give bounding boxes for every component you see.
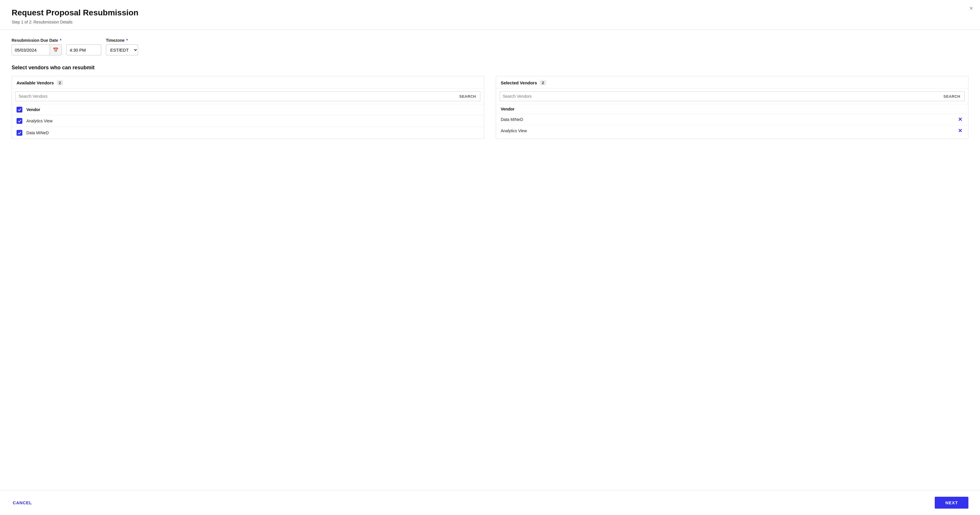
- available-vendors-search-input[interactable]: [15, 91, 455, 101]
- timezone-field: Timezone * EST/EDT CST/CDT MST/MDT PST/P…: [106, 38, 138, 56]
- selected-vendor-name: Data MINeD: [501, 117, 953, 122]
- date-row: Resubmission Due Date * 📅 time Timezone …: [12, 38, 968, 56]
- available-vendors-search-row: SEARCH: [12, 89, 484, 104]
- timezone-select[interactable]: EST/EDT CST/CDT MST/MDT PST/PDT UTC: [106, 45, 138, 56]
- available-vendor-name: Analytics View: [26, 119, 479, 123]
- modal-step: Step 1 of 2: Resubmission Details: [12, 20, 968, 24]
- available-vendors-col-header: Vendor: [12, 104, 484, 115]
- cancel-button[interactable]: CANCEL: [12, 498, 33, 507]
- remove-analytics-button[interactable]: ✕: [957, 128, 964, 134]
- available-vendor-name: Data MINeD: [26, 130, 479, 135]
- selected-vendors-search-button[interactable]: SEARCH: [939, 91, 965, 101]
- selected-vendors-search-row: SEARCH: [496, 89, 968, 104]
- available-vendor-row: Data MINeD: [12, 127, 484, 138]
- available-vendors-panel: Available Vendors 2 SEARCH Vendor: [12, 76, 484, 139]
- time-input[interactable]: [67, 45, 101, 56]
- required-star-date: *: [59, 38, 61, 43]
- selected-vendors-header: Selected Vendors 2: [496, 76, 968, 89]
- selected-vendors-title: Selected Vendors: [501, 80, 537, 85]
- modal-body: Resubmission Due Date * 📅 time Timezone …: [0, 30, 980, 478]
- vendor-checkbox-datamined[interactable]: [16, 130, 22, 136]
- time-field: time: [67, 38, 101, 56]
- selected-vendor-name: Analytics View: [501, 129, 953, 133]
- timezone-label: Timezone *: [106, 38, 138, 43]
- modal-title: Request Proposal Resubmission: [12, 8, 968, 17]
- selected-vendor-row: Data MINeD ✕: [496, 114, 968, 125]
- modal-footer: CANCEL NEXT: [0, 490, 980, 515]
- remove-datamined-button[interactable]: ✕: [957, 117, 964, 122]
- required-star-tz: *: [125, 38, 128, 43]
- vendor-checkbox-analytics[interactable]: [16, 118, 22, 124]
- selected-vendors-search-input[interactable]: [500, 91, 939, 101]
- modal-header: Request Proposal Resubmission Step 1 of …: [0, 0, 980, 24]
- modal-container: × Request Proposal Resubmission Step 1 o…: [0, 0, 980, 515]
- due-date-field: Resubmission Due Date * 📅: [12, 38, 62, 56]
- available-vendors-search-button[interactable]: SEARCH: [455, 91, 480, 101]
- due-date-label: Resubmission Due Date *: [12, 38, 62, 43]
- available-vendors-count: 2: [57, 80, 63, 85]
- available-col-vendor-label: Vendor: [26, 107, 40, 112]
- close-button[interactable]: ×: [969, 5, 973, 11]
- next-button[interactable]: NEXT: [935, 497, 968, 509]
- selected-col-vendor-label: Vendor: [501, 107, 514, 111]
- selected-vendor-row: Analytics View ✕: [496, 125, 968, 136]
- date-input-wrap: 📅: [12, 45, 62, 56]
- date-input[interactable]: [12, 45, 49, 55]
- available-vendors-header: Available Vendors 2: [12, 76, 484, 89]
- calendar-icon-button[interactable]: 📅: [49, 45, 62, 55]
- available-vendor-row: Analytics View: [12, 115, 484, 127]
- selected-vendors-col-header: Vendor: [496, 104, 968, 114]
- vendors-row: Available Vendors 2 SEARCH Vendor: [12, 76, 968, 139]
- selected-vendors-count: 2: [540, 80, 546, 85]
- vendors-section-title: Select vendors who can resubmit: [12, 65, 968, 71]
- available-vendors-title: Available Vendors: [16, 80, 54, 85]
- select-all-checkbox[interactable]: [16, 107, 22, 113]
- selected-vendors-panel: Selected Vendors 2 SEARCH Vendor Data MI…: [496, 76, 968, 139]
